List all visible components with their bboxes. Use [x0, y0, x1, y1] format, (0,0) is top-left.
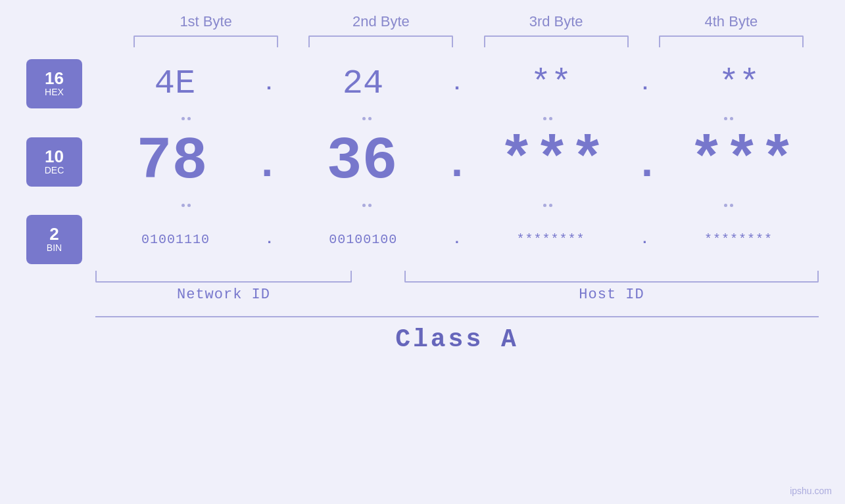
- dec-byte-1: 78: [100, 128, 245, 195]
- eq-dot: [187, 204, 191, 207]
- hex-byte-3-cell: **: [479, 64, 623, 103]
- dec-badge-label: DEC: [45, 165, 64, 176]
- dec-byte-3-cell: ***: [479, 128, 624, 195]
- byte-header-2: 2nd Byte: [308, 13, 453, 30]
- byte-header-3: 3rd Byte: [484, 13, 629, 30]
- eq-dot: [181, 117, 185, 120]
- dec-byte-4: ***: [669, 128, 814, 195]
- eq-dot: [543, 204, 546, 207]
- hex-values: 4E . 24 . ** . **: [95, 64, 819, 103]
- class-label: Class A: [95, 325, 819, 354]
- eq2-3: [475, 204, 620, 207]
- dec-byte-1-cell: 78: [100, 128, 245, 195]
- bin-dot-2: .: [452, 231, 461, 248]
- bracket-4: [659, 35, 804, 47]
- eq1-4: [656, 117, 801, 120]
- eq2-2: [295, 204, 439, 207]
- top-brackets: [26, 35, 819, 47]
- bin-dot-3: .: [640, 231, 649, 248]
- bin-byte-4: ********: [666, 232, 811, 247]
- dec-dot-3: .: [635, 144, 660, 186]
- eq-dot: [368, 204, 372, 207]
- eq-dot: [730, 204, 733, 207]
- byte-header-1: 1st Byte: [133, 13, 278, 30]
- hex-dot-1: .: [263, 73, 275, 95]
- bin-values: 01001110 . 00100100 . ******** . *******…: [95, 231, 819, 248]
- bin-badge: 2 BIN: [26, 215, 82, 264]
- eq1-3: [475, 117, 620, 120]
- bin-byte-2-cell: 00100100: [291, 232, 435, 247]
- network-id-label: Network ID: [95, 286, 352, 303]
- hex-byte-1-cell: 4E: [103, 64, 247, 103]
- dec-badge-number: 10: [45, 148, 64, 165]
- hex-byte-1: 4E: [103, 64, 247, 103]
- hex-dot-3: .: [639, 73, 651, 95]
- eq2-4: [656, 204, 801, 207]
- bin-dot-1: .: [265, 231, 274, 248]
- eq-dot: [368, 117, 372, 120]
- dec-values: 78 . 36 . *** . ***: [95, 128, 819, 195]
- equals-row-1: [26, 108, 819, 128]
- eq-dot: [362, 204, 366, 207]
- bottom-section: Network ID Host ID: [26, 271, 819, 303]
- dec-byte-2-cell: 36: [290, 128, 435, 195]
- host-id-label: Host ID: [404, 286, 819, 303]
- network-bracket: [95, 271, 352, 283]
- bin-byte-4-cell: ********: [666, 232, 811, 247]
- hex-byte-4: **: [667, 64, 811, 103]
- hex-row: 16 HEX 4E . 24 . ** . **: [26, 59, 819, 108]
- bin-byte-3: ********: [479, 232, 623, 247]
- bracket-2: [308, 35, 453, 47]
- eq2-1: [114, 204, 258, 207]
- bin-badge-label: BIN: [47, 242, 62, 254]
- bottom-brackets: [95, 271, 819, 283]
- dec-row: 10 DEC 78 . 36 . *** . ***: [26, 128, 819, 195]
- hex-byte-3: **: [479, 64, 623, 103]
- bottom-labels: Network ID Host ID: [95, 286, 819, 303]
- eq-dot: [362, 117, 366, 120]
- byte-headers-row: 1st Byte 2nd Byte 3rd Byte 4th Byte: [26, 13, 819, 30]
- hex-byte-4-cell: **: [667, 64, 811, 103]
- dec-byte-3: ***: [479, 128, 624, 195]
- eq-dot: [724, 117, 727, 120]
- class-bracket-line: [95, 316, 819, 317]
- bracket-3: [484, 35, 629, 47]
- watermark: ipshu.com: [790, 486, 832, 496]
- bracket-1: [133, 35, 278, 47]
- dec-badge: 10 DEC: [26, 137, 82, 187]
- dec-byte-2: 36: [290, 128, 435, 195]
- bin-byte-3-cell: ********: [479, 232, 623, 247]
- bin-row: 2 BIN 01001110 . 00100100 . ******** . *…: [26, 215, 819, 264]
- bin-byte-1-cell: 01001110: [103, 232, 248, 247]
- bin-byte-1: 01001110: [103, 232, 248, 247]
- bin-byte-2: 00100100: [291, 232, 435, 247]
- eq-dot: [181, 204, 185, 207]
- eq-dot: [724, 204, 727, 207]
- hex-dot-2: .: [451, 73, 463, 95]
- hex-badge-label: HEX: [45, 87, 64, 98]
- eq1-1: [114, 117, 258, 120]
- eq-dot: [730, 117, 733, 120]
- eq-dot: [549, 204, 552, 207]
- byte-header-4: 4th Byte: [659, 13, 804, 30]
- hex-byte-2: 24: [291, 64, 435, 103]
- bin-badge-number: 2: [49, 225, 59, 242]
- dec-dot-1: .: [254, 144, 279, 186]
- hex-badge-number: 16: [45, 70, 64, 87]
- equals-row-2: [26, 195, 819, 215]
- hex-badge: 16 HEX: [26, 59, 82, 108]
- host-bracket: [404, 271, 819, 283]
- eq1-2: [295, 117, 439, 120]
- dec-byte-4-cell: ***: [669, 128, 814, 195]
- class-section: Class A: [26, 316, 819, 354]
- eq-dot: [543, 117, 546, 120]
- main-container: 1st Byte 2nd Byte 3rd Byte 4th Byte 16 H…: [0, 0, 845, 504]
- eq-dot: [549, 117, 552, 120]
- dec-dot-2: .: [445, 144, 470, 186]
- hex-byte-2-cell: 24: [291, 64, 435, 103]
- eq-dot: [187, 117, 191, 120]
